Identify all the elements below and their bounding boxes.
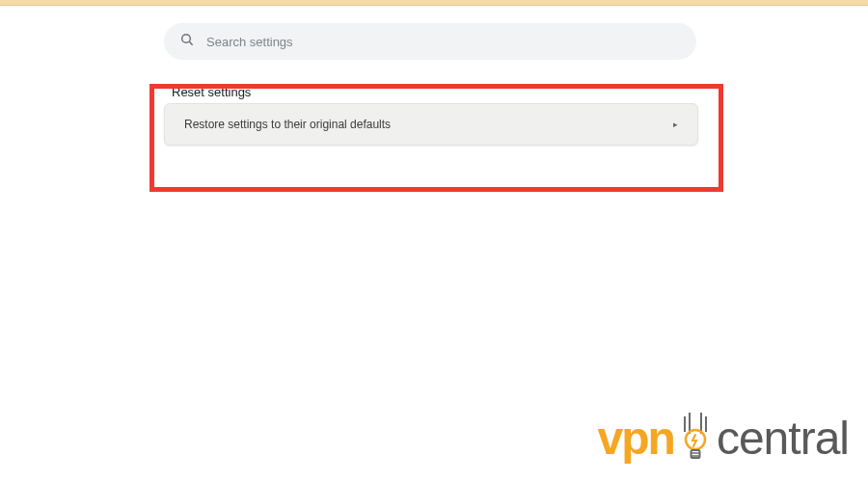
svg-rect-7 [691,450,699,458]
watermark-text-vpn: vpn [598,412,674,465]
watermark-logo: vpn central [598,411,849,465]
chevron-right-icon: ▸ [673,120,678,129]
search-input[interactable] [206,35,681,49]
restore-defaults-button[interactable]: Restore settings to their original defau… [164,103,698,146]
search-container [164,23,696,60]
svg-line-1 [189,41,192,44]
watermark-text-central: central [717,412,849,465]
restore-defaults-label: Restore settings to their original defau… [184,118,673,131]
browser-top-bar [0,0,868,6]
lightbulb-icon [679,411,712,465]
search-box[interactable] [164,23,696,60]
search-icon [179,32,195,51]
svg-point-0 [182,35,191,43]
section-heading-reset: Reset settings [172,85,868,99]
